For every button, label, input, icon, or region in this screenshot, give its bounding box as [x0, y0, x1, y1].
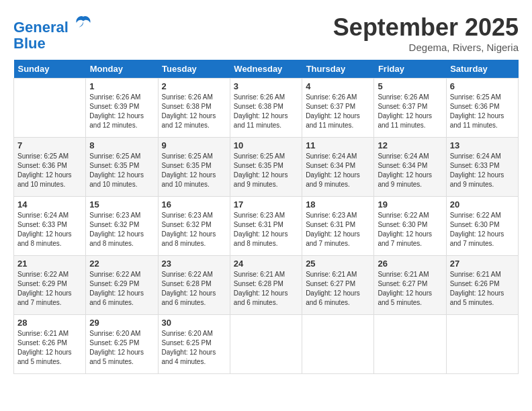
- week-row-2: 7Sunrise: 6:25 AM Sunset: 6:36 PM Daylig…: [14, 138, 519, 197]
- day-number: 4: [306, 81, 370, 91]
- week-row-4: 21Sunrise: 6:22 AM Sunset: 6:29 PM Dayli…: [14, 256, 519, 315]
- day-number: 2: [162, 81, 226, 91]
- calendar-cell: [302, 315, 374, 374]
- day-info: Sunrise: 6:24 AM Sunset: 6:33 PM Dayligh…: [450, 152, 515, 189]
- day-number: 21: [17, 259, 82, 269]
- day-info: Sunrise: 6:26 AM Sunset: 6:37 PM Dayligh…: [306, 93, 370, 130]
- calendar-cell: 11Sunrise: 6:24 AM Sunset: 6:34 PM Dayli…: [302, 138, 374, 197]
- day-info: Sunrise: 6:23 AM Sunset: 6:31 PM Dayligh…: [306, 211, 370, 248]
- day-info: Sunrise: 6:24 AM Sunset: 6:34 PM Dayligh…: [306, 152, 370, 189]
- calendar-cell: [14, 79, 86, 138]
- calendar-cell: 2Sunrise: 6:26 AM Sunset: 6:38 PM Daylig…: [158, 79, 230, 138]
- logo-bird-icon: [74, 13, 93, 32]
- day-info: Sunrise: 6:21 AM Sunset: 6:28 PM Dayligh…: [234, 270, 298, 308]
- week-row-5: 28Sunrise: 6:21 AM Sunset: 6:26 PM Dayli…: [14, 315, 519, 374]
- month-title: September 2025: [333, 13, 519, 42]
- calendar-cell: 22Sunrise: 6:22 AM Sunset: 6:29 PM Dayli…: [86, 256, 158, 315]
- calendar-cell: [446, 315, 518, 374]
- calendar-cell: 26Sunrise: 6:21 AM Sunset: 6:27 PM Dayli…: [374, 256, 446, 315]
- day-info: Sunrise: 6:20 AM Sunset: 6:25 PM Dayligh…: [89, 329, 154, 367]
- header-thursday: Thursday: [302, 60, 374, 79]
- calendar-cell: 21Sunrise: 6:22 AM Sunset: 6:29 PM Dayli…: [14, 256, 86, 315]
- day-info: Sunrise: 6:26 AM Sunset: 6:38 PM Dayligh…: [234, 93, 298, 130]
- day-number: 12: [378, 140, 442, 150]
- day-info: Sunrise: 6:26 AM Sunset: 6:38 PM Dayligh…: [162, 93, 226, 130]
- day-info: Sunrise: 6:24 AM Sunset: 6:33 PM Dayligh…: [17, 211, 82, 248]
- day-number: 10: [234, 140, 298, 150]
- day-number: 22: [89, 259, 154, 269]
- day-info: Sunrise: 6:23 AM Sunset: 6:32 PM Dayligh…: [162, 211, 226, 248]
- header-friday: Friday: [374, 60, 446, 79]
- calendar-cell: [374, 315, 446, 374]
- calendar-table: SundayMondayTuesdayWednesdayThursdayFrid…: [13, 60, 519, 374]
- calendar-cell: 20Sunrise: 6:22 AM Sunset: 6:30 PM Dayli…: [446, 197, 518, 256]
- day-info: Sunrise: 6:20 AM Sunset: 6:25 PM Dayligh…: [162, 329, 226, 367]
- day-number: 8: [89, 140, 154, 150]
- day-number: 6: [450, 81, 515, 91]
- day-info: Sunrise: 6:22 AM Sunset: 6:30 PM Dayligh…: [378, 211, 442, 248]
- day-info: Sunrise: 6:25 AM Sunset: 6:35 PM Dayligh…: [162, 152, 226, 189]
- logo: General Blue: [13, 13, 93, 52]
- day-info: Sunrise: 6:22 AM Sunset: 6:30 PM Dayligh…: [450, 211, 515, 248]
- day-number: 27: [450, 259, 515, 269]
- day-number: 20: [450, 199, 515, 210]
- day-info: Sunrise: 6:25 AM Sunset: 6:36 PM Dayligh…: [17, 152, 82, 189]
- calendar-cell: [230, 315, 302, 374]
- calendar-cell: 12Sunrise: 6:24 AM Sunset: 6:34 PM Dayli…: [374, 138, 446, 197]
- day-number: 13: [450, 140, 515, 150]
- day-info: Sunrise: 6:21 AM Sunset: 6:27 PM Dayligh…: [378, 270, 442, 308]
- day-info: Sunrise: 6:21 AM Sunset: 6:27 PM Dayligh…: [306, 270, 370, 308]
- day-number: 23: [162, 259, 226, 269]
- calendar-cell: 3Sunrise: 6:26 AM Sunset: 6:38 PM Daylig…: [230, 79, 302, 138]
- day-info: Sunrise: 6:25 AM Sunset: 6:35 PM Dayligh…: [234, 152, 298, 189]
- header-saturday: Saturday: [446, 60, 518, 79]
- week-row-1: 1Sunrise: 6:26 AM Sunset: 6:39 PM Daylig…: [14, 79, 519, 138]
- day-info: Sunrise: 6:22 AM Sunset: 6:29 PM Dayligh…: [17, 270, 82, 308]
- calendar-cell: 19Sunrise: 6:22 AM Sunset: 6:30 PM Dayli…: [374, 197, 446, 256]
- day-info: Sunrise: 6:21 AM Sunset: 6:26 PM Dayligh…: [450, 270, 515, 308]
- day-number: 26: [378, 259, 442, 269]
- day-number: 25: [306, 259, 370, 269]
- day-number: 5: [378, 81, 442, 91]
- day-number: 11: [306, 140, 370, 150]
- title-block: September 2025 Degema, Rivers, Nigeria: [333, 13, 519, 53]
- header-monday: Monday: [86, 60, 158, 79]
- calendar-cell: 28Sunrise: 6:21 AM Sunset: 6:26 PM Dayli…: [14, 315, 86, 374]
- day-number: 28: [17, 318, 82, 328]
- logo-text: General: [13, 13, 93, 36]
- day-info: Sunrise: 6:22 AM Sunset: 6:29 PM Dayligh…: [89, 270, 154, 308]
- day-number: 14: [17, 199, 82, 210]
- day-number: 19: [378, 199, 442, 210]
- day-number: 17: [234, 199, 298, 210]
- page-header: General Blue September 2025 Degema, Rive…: [13, 13, 519, 53]
- calendar-cell: 14Sunrise: 6:24 AM Sunset: 6:33 PM Dayli…: [14, 197, 86, 256]
- day-info: Sunrise: 6:24 AM Sunset: 6:34 PM Dayligh…: [378, 152, 442, 189]
- calendar-header-row: SundayMondayTuesdayWednesdayThursdayFrid…: [14, 60, 519, 79]
- header-wednesday: Wednesday: [230, 60, 302, 79]
- day-info: Sunrise: 6:23 AM Sunset: 6:31 PM Dayligh…: [234, 211, 298, 248]
- calendar-cell: 16Sunrise: 6:23 AM Sunset: 6:32 PM Dayli…: [158, 197, 230, 256]
- calendar-cell: 23Sunrise: 6:22 AM Sunset: 6:28 PM Dayli…: [158, 256, 230, 315]
- day-info: Sunrise: 6:23 AM Sunset: 6:32 PM Dayligh…: [89, 211, 154, 248]
- day-info: Sunrise: 6:21 AM Sunset: 6:26 PM Dayligh…: [17, 329, 82, 367]
- calendar-cell: 25Sunrise: 6:21 AM Sunset: 6:27 PM Dayli…: [302, 256, 374, 315]
- day-number: 7: [17, 140, 82, 150]
- calendar-cell: 8Sunrise: 6:25 AM Sunset: 6:35 PM Daylig…: [86, 138, 158, 197]
- calendar-cell: 18Sunrise: 6:23 AM Sunset: 6:31 PM Dayli…: [302, 197, 374, 256]
- calendar-cell: 15Sunrise: 6:23 AM Sunset: 6:32 PM Dayli…: [86, 197, 158, 256]
- week-row-3: 14Sunrise: 6:24 AM Sunset: 6:33 PM Dayli…: [14, 197, 519, 256]
- day-number: 9: [162, 140, 226, 150]
- calendar-cell: 10Sunrise: 6:25 AM Sunset: 6:35 PM Dayli…: [230, 138, 302, 197]
- day-number: 30: [162, 318, 226, 328]
- calendar-cell: 4Sunrise: 6:26 AM Sunset: 6:37 PM Daylig…: [302, 79, 374, 138]
- day-number: 15: [89, 199, 154, 210]
- calendar-cell: 9Sunrise: 6:25 AM Sunset: 6:35 PM Daylig…: [158, 138, 230, 197]
- day-number: 1: [89, 81, 154, 91]
- calendar-cell: 27Sunrise: 6:21 AM Sunset: 6:26 PM Dayli…: [446, 256, 518, 315]
- calendar-cell: 24Sunrise: 6:21 AM Sunset: 6:28 PM Dayli…: [230, 256, 302, 315]
- day-info: Sunrise: 6:26 AM Sunset: 6:39 PM Dayligh…: [89, 93, 154, 130]
- day-number: 29: [89, 318, 154, 328]
- calendar-cell: 29Sunrise: 6:20 AM Sunset: 6:25 PM Dayli…: [86, 315, 158, 374]
- day-number: 18: [306, 199, 370, 210]
- header-sunday: Sunday: [14, 60, 86, 79]
